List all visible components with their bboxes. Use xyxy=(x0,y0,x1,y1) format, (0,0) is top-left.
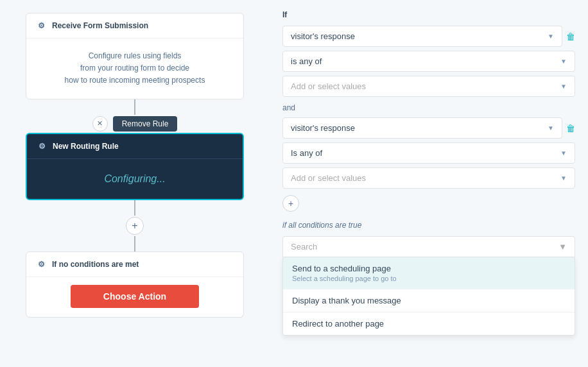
action-dropdown-menu: Send to a scheduling page Select a sched… xyxy=(282,257,575,336)
add-select-values-dropdown-2[interactable]: Add or select values ▼ xyxy=(282,167,575,189)
redirect-page-label: Redirect to another page xyxy=(292,319,566,329)
condition-row-2-1: visitor's response ▼ 🗑 xyxy=(282,117,575,139)
send-scheduling-sub: Select a scheduling page to go to xyxy=(292,275,566,282)
search-dropdown-container: Search ▼ Send to a scheduling page Selec… xyxy=(282,236,575,336)
connector-3 xyxy=(134,236,135,252)
routing-icon: ⚙ xyxy=(36,141,48,152)
conditions-true-label: if all conditions are true xyxy=(282,221,575,230)
is-any-of-label-1: is any of xyxy=(291,56,322,66)
no-conditions-card: ⚙ If no conditions are met Choose Action xyxy=(26,252,244,318)
trash-icon-2[interactable]: 🗑 xyxy=(566,123,575,133)
is-any-of-label-2: Is any of xyxy=(291,148,322,158)
no-conditions-header: ⚙ If no conditions are met xyxy=(26,252,243,277)
add-select-values-dropdown-1[interactable]: Add or select values ▼ xyxy=(282,76,575,97)
choose-action-button[interactable]: Choose Action xyxy=(71,285,199,308)
and-label: and xyxy=(282,103,575,112)
routing-rule-title: New Routing Rule xyxy=(53,142,119,151)
condition-group-1: visitor's response ▼ 🗑 is any of ▼ Add o… xyxy=(282,26,575,97)
no-conditions-icon: ⚙ xyxy=(35,259,47,270)
condition-row-1-3: Add or select values ▼ xyxy=(282,76,575,97)
redirect-page-option[interactable]: Redirect to another page xyxy=(283,312,575,335)
search-field[interactable]: Search ▼ xyxy=(282,236,575,257)
is-any-of-dropdown-2[interactable]: Is any of ▼ xyxy=(282,142,575,164)
trash-icon-1[interactable]: 🗑 xyxy=(566,31,575,42)
visitor-response-label-1: visitor's response xyxy=(291,31,355,41)
visitor-response-label-2: visitor's response xyxy=(291,123,355,133)
configuring-text: Configuring... xyxy=(27,159,243,199)
routing-rule-header: ⚙ New Routing Rule xyxy=(27,134,243,159)
receive-form-line2: from your routing form to decide xyxy=(80,64,189,73)
left-panel: ⚙ Receive Form Submission Configure rule… xyxy=(0,0,270,367)
receive-form-header: ⚙ Receive Form Submission xyxy=(26,13,243,38)
remove-rule-badge[interactable]: Remove Rule xyxy=(113,116,178,132)
is-any-of-dropdown-1[interactable]: is any of ▼ xyxy=(282,51,575,72)
display-thank-you-label: Display a thank you message xyxy=(292,296,566,305)
add-rule-button[interactable]: + xyxy=(126,217,144,235)
if-label: If xyxy=(282,10,575,19)
condition-row-2-3: Add or select values ▼ xyxy=(282,167,575,189)
search-placeholder: Search xyxy=(291,242,317,252)
remove-rule-area: ✕ Remove Rule xyxy=(92,116,178,132)
receive-form-line3: how to route incoming meeting prospects xyxy=(65,76,205,85)
receive-form-card: ⚙ Receive Form Submission Configure rule… xyxy=(26,13,244,99)
display-thank-you-option[interactable]: Display a thank you message xyxy=(283,289,575,312)
condition-row-1-2: is any of ▼ xyxy=(282,51,575,72)
search-chevron-icon: ▼ xyxy=(558,242,567,252)
chevron-icon-5: ▼ xyxy=(560,149,567,157)
send-scheduling-label: Send to a scheduling page xyxy=(292,264,566,273)
receive-form-body: Configure rules using fields from your r… xyxy=(26,38,243,99)
no-conditions-title: If no conditions are met xyxy=(52,260,139,269)
routing-rule-card: ⚙ New Routing Rule Configuring... xyxy=(26,133,244,200)
chevron-icon-1: ▼ xyxy=(548,33,554,40)
chevron-icon-6: ▼ xyxy=(560,175,567,182)
remove-x-button[interactable]: ✕ xyxy=(92,116,108,132)
connector-2 xyxy=(134,200,135,216)
form-icon: ⚙ xyxy=(35,20,47,31)
chevron-icon-3: ▼ xyxy=(560,83,567,90)
chevron-icon-4: ▼ xyxy=(548,124,554,132)
connector-1 xyxy=(134,99,135,115)
receive-form-title: Receive Form Submission xyxy=(52,21,148,30)
visitor-response-dropdown-2[interactable]: visitor's response ▼ xyxy=(282,117,562,139)
add-condition-button[interactable]: + xyxy=(282,195,299,212)
add-select-values-label-2: Add or select values xyxy=(291,173,366,183)
condition-row-1-1: visitor's response ▼ 🗑 xyxy=(282,26,575,47)
condition-row-2-2: Is any of ▼ xyxy=(282,142,575,164)
send-scheduling-option[interactable]: Send to a scheduling page Select a sched… xyxy=(283,257,575,289)
condition-group-2: visitor's response ▼ 🗑 Is any of ▼ Add o… xyxy=(282,117,575,189)
receive-form-line1: Configure rules using fields xyxy=(89,51,182,60)
right-panel: If visitor's response ▼ 🗑 is any of ▼ Ad… xyxy=(270,0,588,367)
chevron-icon-2: ▼ xyxy=(560,58,567,65)
add-select-values-label-1: Add or select values xyxy=(291,81,366,91)
visitor-response-dropdown-1[interactable]: visitor's response ▼ xyxy=(282,26,562,47)
